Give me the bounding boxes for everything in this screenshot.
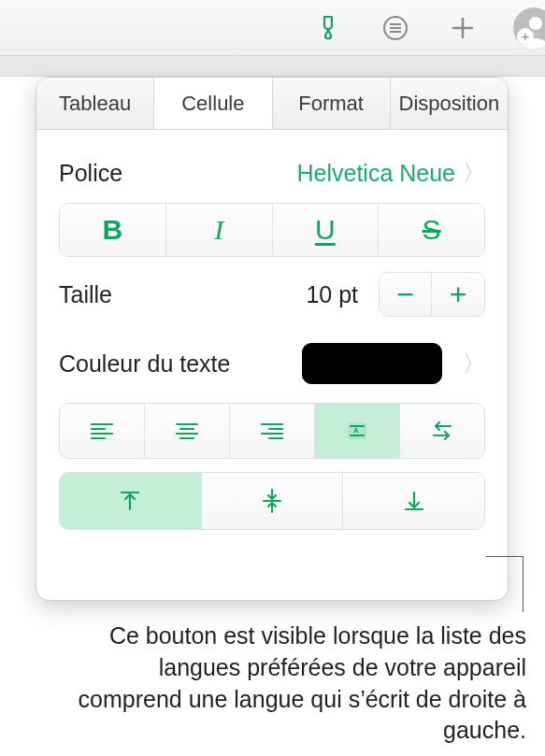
- size-label: Taille: [59, 281, 293, 308]
- share-avatar-icon[interactable]: +: [513, 7, 545, 49]
- text-color-label: Couleur du texte: [59, 350, 289, 378]
- size-decrease-button[interactable]: −: [380, 273, 432, 316]
- text-color-swatch[interactable]: [302, 343, 442, 384]
- add-icon[interactable]: [446, 11, 480, 45]
- list-icon[interactable]: [379, 11, 412, 45]
- direction-rtl-button[interactable]: [400, 404, 484, 458]
- vertical-align-segment: [59, 472, 485, 530]
- size-value: 10 pt: [306, 281, 366, 308]
- align-top-button[interactable]: [60, 473, 202, 529]
- callout-line: [486, 556, 523, 612]
- text-color-row[interactable]: Couleur du texte 〉: [59, 330, 485, 403]
- text-style-segment: B I U S: [59, 203, 485, 257]
- align-left-button[interactable]: [60, 404, 145, 458]
- caption-text: Ce bouton est visible lorsque la liste d…: [70, 620, 526, 747]
- font-value: Helvetica Neue: [296, 160, 455, 187]
- svg-text:A: A: [353, 426, 359, 435]
- font-row[interactable]: Police Helvetica Neue 〉: [59, 143, 485, 203]
- tab-disposition[interactable]: Disposition: [391, 78, 508, 129]
- tab-format[interactable]: Format: [273, 78, 391, 129]
- underline-button[interactable]: U: [273, 204, 380, 256]
- align-justify-button[interactable]: A: [315, 404, 400, 458]
- size-increase-button[interactable]: +: [432, 273, 484, 316]
- svg-point-6: [529, 17, 542, 30]
- bold-button[interactable]: B: [60, 204, 166, 256]
- tab-cellule[interactable]: Cellule: [154, 78, 272, 129]
- align-middle-button[interactable]: [202, 473, 344, 529]
- format-popover: Tableau Cellule Format Disposition Polic…: [36, 77, 509, 601]
- align-bottom-button[interactable]: [343, 473, 484, 529]
- document-stripe: [0, 56, 545, 77]
- chevron-right-icon: 〉: [463, 349, 485, 378]
- size-stepper: − +: [379, 272, 485, 317]
- size-row: Taille 10 pt − +: [59, 257, 485, 330]
- top-toolbar: +: [0, 0, 545, 56]
- italic-button[interactable]: I: [166, 204, 273, 256]
- align-right-button[interactable]: [230, 404, 315, 458]
- chevron-right-icon: 〉: [463, 158, 485, 188]
- panel-body: Police Helvetica Neue 〉 B I U S Taille 1…: [36, 130, 508, 530]
- horizontal-align-segment: A: [59, 403, 485, 459]
- strikethrough-button[interactable]: S: [379, 204, 484, 256]
- format-brush-icon[interactable]: [311, 11, 345, 45]
- align-center-button[interactable]: [145, 404, 230, 458]
- popover-tabs: Tableau Cellule Format Disposition: [36, 78, 508, 130]
- font-label: Police: [59, 160, 122, 187]
- tab-tableau[interactable]: Tableau: [36, 78, 154, 129]
